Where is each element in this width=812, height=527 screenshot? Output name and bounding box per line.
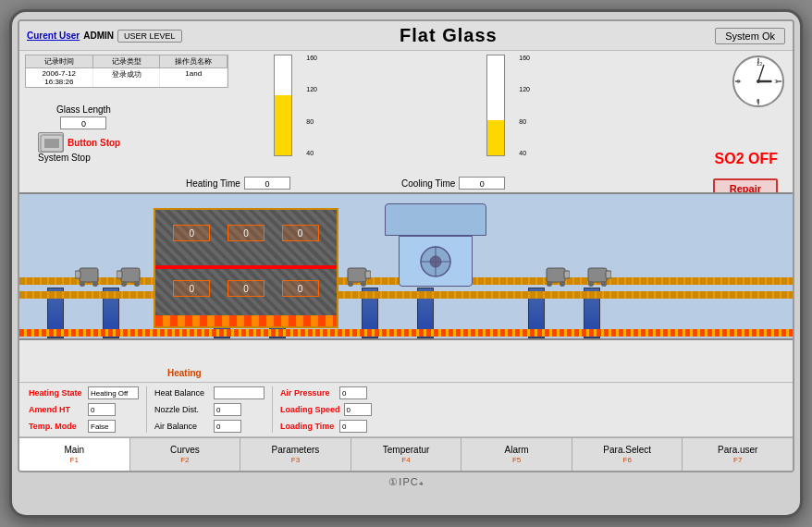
nav-parameters-label: Parameters [272,445,320,456]
bottom-nav: Main F1 Curves F2 Parameters F3 Temperat… [19,437,793,471]
log-col-time: 记录时间 [26,55,93,67]
clock-svg: 12 3 6 9 [732,55,785,108]
heater-cell-top-3[interactable]: 0 [282,225,319,241]
log-type: 登录成功 [93,68,161,87]
system-stop-label: System Stop [38,153,120,163]
heater-cell-bottom-3[interactable]: 0 [282,280,319,297]
heater-cell-top-1[interactable]: 0 [173,225,210,241]
temp-mode-value[interactable]: False [88,420,116,433]
button-stop-label[interactable]: Button Stop [68,138,120,148]
gauge-bar-right [486,55,505,156]
cooling-fans [408,243,463,280]
heater-cell-bottom-2[interactable]: 0 [228,280,265,297]
heat-balance-value[interactable] [214,386,265,399]
svg-point-32 [547,281,552,287]
bottom-flame-row [19,329,793,337]
furnace-area: 0 0 0 0 [19,192,793,340]
svg-rect-31 [564,271,570,278]
svg-rect-26 [348,268,366,282]
svg-text:3: 3 [774,79,777,84]
loading-speed-value[interactable]: 0 [344,403,372,416]
svg-point-29 [361,281,366,287]
nav-para-select-label: Para.Select [603,445,651,456]
svg-rect-27 [365,271,371,278]
svg-rect-34 [588,268,607,282]
heater-cell-bottom-1[interactable]: 0 [173,280,210,297]
loading-time-label: Loading Time [280,422,336,431]
air-pressure-row: Air Pressure 0 [280,386,372,400]
svg-point-33 [560,281,565,287]
machine-right-2 [542,264,570,290]
gauge-left: 160 120 80 40 [269,55,297,175]
system-ok-status: System Ok [715,28,785,44]
heating-time-item: Heating Time 0 [186,177,290,190]
gauge-left-label-40: 40 [306,150,317,156]
nozzle-dist-value[interactable]: 0 [214,403,241,416]
nav-curves-label: Curves [170,445,200,456]
svg-rect-18 [80,268,98,282]
nav-temperatur[interactable]: Temperatur F4 [351,438,462,471]
log-col-user: 操作员名称 [160,55,228,67]
svg-rect-19 [75,271,80,278]
air-balance-row: Air Balance 0 [154,419,265,434]
gauge-left-label-120: 120 [306,86,317,92]
machine-left-2 [117,264,144,290]
user-name: ADMIN [83,31,114,41]
divider-2 [272,386,273,433]
gauge-right: 160 120 80 40 [482,55,510,175]
cooling-time-value[interactable]: 0 [459,177,505,190]
gauge-fill-right [487,120,504,155]
loading-speed-label: Loading Speed [280,405,340,414]
air-pressure-label: Air Pressure [280,388,336,398]
heating-state-row: Heating State Heating Off [29,386,139,400]
log-operator: 1and [160,68,228,87]
furnace-box: 0 0 0 0 [154,208,338,328]
machine-left-1 [75,264,103,290]
nav-temperatur-label: Temperatur [383,445,430,456]
temp-mode-label: Temp. Mode [29,422,84,431]
heater-row-bottom: 0 0 0 [165,279,327,298]
svg-point-20 [80,281,85,287]
svg-point-28 [348,281,353,287]
svg-text:9: 9 [737,79,740,84]
gauge-right-label-40: 40 [519,150,530,156]
heater-cell-top-2[interactable]: 0 [228,225,265,241]
log-col-type: 记录类型 [93,55,161,67]
nav-parameters-fn: F3 [291,456,300,465]
status-col-1: Heating State Heating Off Amend HT 0 Tem… [29,386,139,434]
svg-rect-35 [606,271,611,278]
air-pressure-value[interactable]: 0 [339,386,367,399]
user-level-button[interactable]: USER LEVEL [117,30,182,43]
loading-time-value[interactable]: 0 [339,420,367,433]
amend-ht-label: Amend HT [29,405,84,414]
current-user-label[interactable]: Curent User [27,31,80,41]
gauge-fill-left [275,95,291,155]
nav-para-user[interactable]: Para.user F7 [683,438,793,471]
nav-curves[interactable]: Curves F2 [130,438,241,471]
heating-time-value[interactable]: 0 [244,177,290,190]
nav-para-user-label: Para.user [718,445,757,456]
glass-length-section: Glass Length 0 [56,104,111,129]
air-balance-value[interactable]: 0 [214,420,241,433]
furnace-inner: 0 0 0 0 [155,210,337,326]
screen: Curent User ADMIN USER LEVEL Flat Glass … [18,19,794,472]
svg-rect-23 [117,271,122,278]
nav-main[interactable]: Main F1 [19,438,130,471]
nav-main-label: Main [64,445,84,456]
divider-1 [146,386,147,433]
glass-length-label: Glass Length [56,104,111,115]
status-area: Heating State Heating Off Amend HT 0 Tem… [19,382,793,437]
nav-parameters[interactable]: Parameters F3 [240,438,351,471]
nav-para-select[interactable]: Para.Select F6 [572,438,683,471]
gauge-bar-left [274,55,292,156]
amend-ht-value[interactable]: 0 [88,403,116,416]
so2-status: SO2 OFF [715,151,778,167]
heating-state-value[interactable]: Heating Off [88,386,139,399]
svg-rect-30 [547,268,565,282]
nav-alarm-fn: F5 [512,456,521,465]
nav-para-user-fn: F7 [733,456,742,465]
cooling-time-label: Cooling Time [401,178,455,189]
nav-alarm[interactable]: Alarm F5 [461,438,572,471]
svg-point-36 [588,281,594,287]
glass-length-value[interactable]: 0 [60,116,106,129]
